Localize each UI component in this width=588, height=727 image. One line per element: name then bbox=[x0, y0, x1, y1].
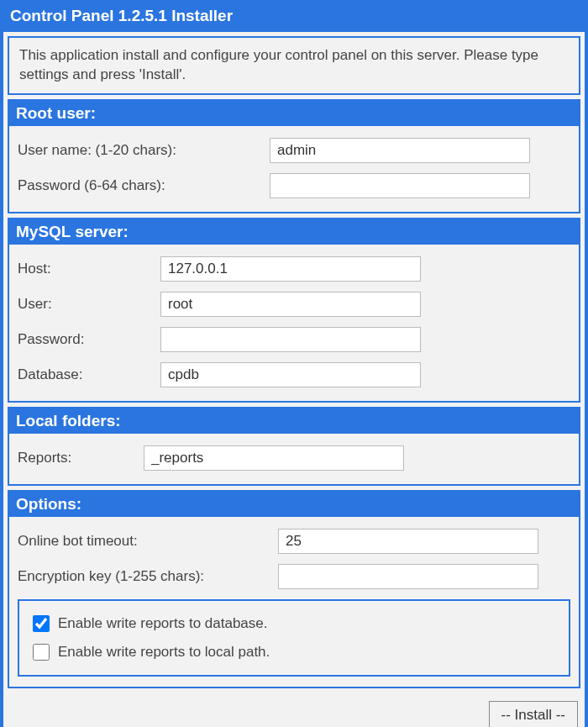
section-root-user: Root user: User name: (1-20 chars): Pass… bbox=[8, 99, 580, 213]
footer: -- Install -- bbox=[3, 693, 585, 727]
row-root-username: User name: (1-20 chars): bbox=[18, 133, 570, 168]
label-enable-local: Enable write reports to local path. bbox=[58, 644, 270, 661]
row-mysql-user: User: bbox=[18, 287, 570, 322]
label-mysql-user: User: bbox=[18, 296, 160, 313]
section-header-mysql: MySQL server: bbox=[9, 219, 579, 245]
label-options-timeout: Online bot timeout: bbox=[18, 533, 278, 550]
label-mysql-database: Database: bbox=[18, 366, 160, 383]
row-options-timeout: Online bot timeout: bbox=[18, 524, 570, 559]
input-mysql-database[interactable] bbox=[160, 362, 421, 387]
row-root-password: Password (6-64 chars): bbox=[18, 168, 570, 203]
checkbox-enable-local[interactable] bbox=[33, 644, 50, 661]
row-enable-db: Enable write reports to database. bbox=[29, 609, 559, 638]
intro-text: This application install and configure y… bbox=[8, 36, 580, 95]
row-mysql-password: Password: bbox=[18, 322, 570, 357]
input-options-timeout[interactable] bbox=[278, 529, 538, 554]
installer-window: Control Panel 1.2.5.1 Installer This app… bbox=[0, 0, 588, 727]
label-mysql-password: Password: bbox=[18, 331, 160, 348]
section-header-root: Root user: bbox=[9, 101, 579, 126]
label-root-password: Password (6-64 chars): bbox=[18, 177, 270, 194]
input-options-enckey[interactable] bbox=[278, 564, 538, 589]
input-root-password[interactable] bbox=[270, 173, 530, 198]
label-enable-db: Enable write reports to database. bbox=[58, 615, 267, 632]
input-local-reports[interactable] bbox=[144, 445, 404, 471]
label-mysql-host: Host: bbox=[18, 261, 160, 277]
section-mysql: MySQL server: Host: User: Password: Data… bbox=[8, 218, 580, 403]
label-root-username: User name: (1-20 chars): bbox=[18, 142, 270, 159]
checkbox-enable-db[interactable] bbox=[33, 615, 50, 632]
section-options: Options: Online bot timeout: Encryption … bbox=[8, 490, 580, 688]
label-local-reports: Reports: bbox=[18, 450, 144, 466]
input-mysql-password[interactable] bbox=[160, 327, 421, 352]
row-local-reports: Reports: bbox=[18, 440, 570, 476]
row-mysql-database: Database: bbox=[18, 357, 570, 392]
input-mysql-host[interactable] bbox=[160, 256, 421, 282]
row-enable-local: Enable write reports to local path. bbox=[29, 638, 559, 666]
row-options-enckey: Encryption key (1-255 chars): bbox=[18, 559, 570, 594]
install-button[interactable]: -- Install -- bbox=[489, 701, 579, 727]
options-checkbox-group: Enable write reports to database. Enable… bbox=[18, 599, 570, 677]
label-options-enckey: Encryption key (1-255 chars): bbox=[18, 568, 278, 585]
input-mysql-user[interactable] bbox=[160, 292, 421, 317]
window-title: Control Panel 1.2.5.1 Installer bbox=[3, 3, 585, 32]
section-local-folders: Local folders: Reports: bbox=[8, 407, 580, 486]
section-header-local: Local folders: bbox=[9, 408, 579, 434]
input-root-username[interactable] bbox=[270, 138, 530, 163]
row-mysql-host: Host: bbox=[18, 251, 570, 287]
section-header-options: Options: bbox=[9, 492, 579, 517]
